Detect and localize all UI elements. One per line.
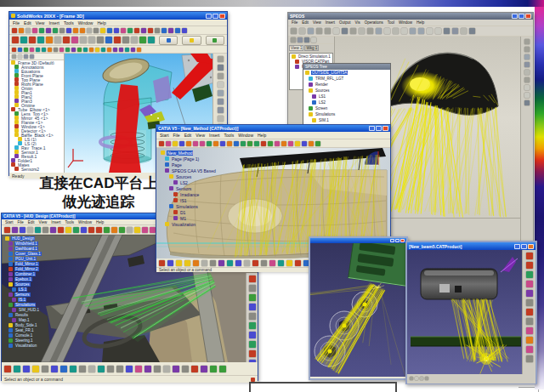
toolbar-icon[interactable] bbox=[182, 28, 187, 33]
toolbar-icon[interactable] bbox=[249, 304, 256, 310]
toolbar-icon[interactable] bbox=[218, 107, 224, 113]
toolbar-icon[interactable] bbox=[234, 141, 239, 146]
toolbar-icon[interactable] bbox=[87, 28, 92, 33]
toolbar-icon[interactable] bbox=[24, 54, 28, 59]
toolbar-icon[interactable] bbox=[415, 377, 418, 380]
toolbar-icon[interactable] bbox=[73, 227, 79, 233]
toolbar-icon[interactable] bbox=[54, 48, 58, 52]
minimize-button[interactable] bbox=[369, 126, 375, 131]
toolbar-icon[interactable] bbox=[65, 227, 71, 233]
toolbar-icon[interactable] bbox=[325, 28, 331, 34]
toolbar-icon[interactable] bbox=[12, 227, 18, 233]
toolbar-icon[interactable] bbox=[155, 28, 160, 33]
toolbar-icon[interactable] bbox=[94, 28, 99, 33]
toolbar-icon[interactable] bbox=[526, 253, 533, 259]
toolbar-group-button[interactable] bbox=[206, 36, 224, 45]
toolbar-icon[interactable] bbox=[20, 37, 27, 43]
toolbar-icon[interactable] bbox=[213, 141, 218, 146]
toolbar-icon[interactable] bbox=[281, 141, 286, 146]
toolbar-icon[interactable] bbox=[244, 260, 250, 266]
tree-item[interactable]: Render bbox=[303, 82, 390, 88]
toolbar-icon[interactable] bbox=[252, 260, 258, 266]
toolbar-icon[interactable] bbox=[105, 37, 112, 43]
menu-item[interactable]: Window bbox=[399, 20, 412, 25]
toolbar-icon[interactable] bbox=[350, 28, 356, 34]
empty-text-box[interactable] bbox=[249, 382, 397, 392]
toolbar-icon[interactable] bbox=[167, 260, 173, 266]
toolbar-icon[interactable] bbox=[235, 260, 241, 266]
toolbar-icon[interactable] bbox=[315, 141, 320, 146]
toolbar-icon[interactable] bbox=[218, 56, 224, 62]
toolbar-icon[interactable] bbox=[60, 366, 67, 372]
toolbar-icon[interactable] bbox=[524, 85, 530, 90]
toolbar-icon[interactable] bbox=[435, 28, 441, 34]
toolbar-icon[interactable] bbox=[42, 48, 46, 52]
toolbar-icon[interactable] bbox=[119, 227, 125, 233]
toolbar-icon[interactable] bbox=[131, 48, 135, 52]
maximize-button[interactable] bbox=[521, 244, 527, 249]
toolbar-icon[interactable] bbox=[401, 28, 407, 34]
toolbar-icon[interactable] bbox=[114, 37, 121, 43]
toolbar-icon[interactable] bbox=[42, 366, 48, 372]
toolbar-icon[interactable] bbox=[14, 366, 20, 372]
toolbar-icon[interactable] bbox=[71, 48, 76, 52]
tree-item[interactable]: SPEOS CAA V5 Based bbox=[159, 168, 241, 173]
hud-spec-tree[interactable]: HUD_DesignWindshield.1Dashboard.1Cover_G… bbox=[3, 236, 92, 348]
tree-item[interactable]: LS1 bbox=[303, 94, 390, 99]
toolbar-icon[interactable] bbox=[524, 77, 530, 82]
toolbar-icon[interactable] bbox=[220, 141, 225, 146]
menu-item[interactable]: Tool bbox=[388, 20, 394, 25]
tree-item[interactable]: Simulations bbox=[303, 111, 390, 117]
toolbar-icon[interactable] bbox=[142, 227, 148, 233]
tree-item[interactable]: OUTSIDE_LIGHT5A bbox=[303, 70, 390, 76]
toolbar-icon[interactable] bbox=[70, 366, 76, 372]
toolbar-icon[interactable] bbox=[46, 28, 51, 33]
toolbar-icon[interactable] bbox=[193, 260, 199, 266]
menu-item[interactable]: Window bbox=[238, 133, 253, 138]
toolbar-icon[interactable] bbox=[210, 260, 216, 266]
toolbar-icon[interactable] bbox=[73, 28, 78, 33]
toolbar-icon[interactable] bbox=[461, 28, 467, 34]
menu-item[interactable]: Insert bbox=[326, 20, 335, 25]
toolbar-icon[interactable] bbox=[54, 37, 61, 43]
menu-item[interactable]: Edit bbox=[302, 20, 309, 25]
toolbar-icon[interactable] bbox=[311, 37, 316, 43]
toolbar-icon[interactable] bbox=[58, 227, 64, 233]
toolbar-icon[interactable] bbox=[137, 48, 141, 52]
toolbar-icon[interactable] bbox=[119, 48, 123, 52]
toolbar-icon[interactable] bbox=[179, 141, 184, 146]
menu-item[interactable]: Start bbox=[5, 220, 14, 224]
toolbar-icon[interactable] bbox=[218, 260, 224, 266]
tree-item[interactable]: M1 bbox=[159, 215, 241, 221]
maximize-button[interactable] bbox=[376, 126, 382, 131]
toolbar-icon[interactable] bbox=[291, 28, 297, 34]
toolbar-icon[interactable] bbox=[144, 366, 151, 372]
toolbar-icon[interactable] bbox=[80, 37, 87, 43]
toolbar-icon[interactable] bbox=[200, 141, 205, 146]
toolbar-icon[interactable] bbox=[79, 366, 86, 372]
toolbar-icon[interactable] bbox=[286, 260, 292, 266]
toolbar-icon[interactable] bbox=[173, 141, 178, 146]
menu-item[interactable]: Start bbox=[160, 133, 169, 138]
toolbar-icon[interactable] bbox=[184, 260, 190, 266]
toolbar-icon[interactable] bbox=[116, 366, 123, 372]
menu-item[interactable]: Tools bbox=[224, 133, 235, 138]
toolbar-icon[interactable] bbox=[121, 28, 126, 33]
toolbar-icon[interactable] bbox=[88, 37, 95, 43]
toolbar-icon[interactable] bbox=[526, 299, 533, 306]
toolbar-icon[interactable] bbox=[71, 37, 78, 43]
toolbar-icon[interactable] bbox=[24, 48, 28, 52]
toolbar-icon[interactable] bbox=[135, 366, 142, 372]
toolbar-icon[interactable] bbox=[316, 28, 322, 34]
toolbar-icon[interactable] bbox=[27, 227, 33, 233]
toolbar-icon[interactable] bbox=[107, 366, 114, 372]
toolbar-icon[interactable] bbox=[42, 227, 48, 233]
toolbar-icon[interactable] bbox=[261, 260, 267, 266]
toolbar-icon[interactable] bbox=[134, 227, 140, 233]
toolbar-icon[interactable] bbox=[77, 48, 82, 52]
toolbar-icon[interactable] bbox=[4, 227, 10, 233]
toolbar-icon[interactable] bbox=[125, 48, 129, 52]
menu-item[interactable]: Tools bbox=[65, 220, 75, 224]
tree-item[interactable]: Sensors2 bbox=[9, 167, 64, 171]
toolbar-icon[interactable] bbox=[23, 366, 30, 372]
